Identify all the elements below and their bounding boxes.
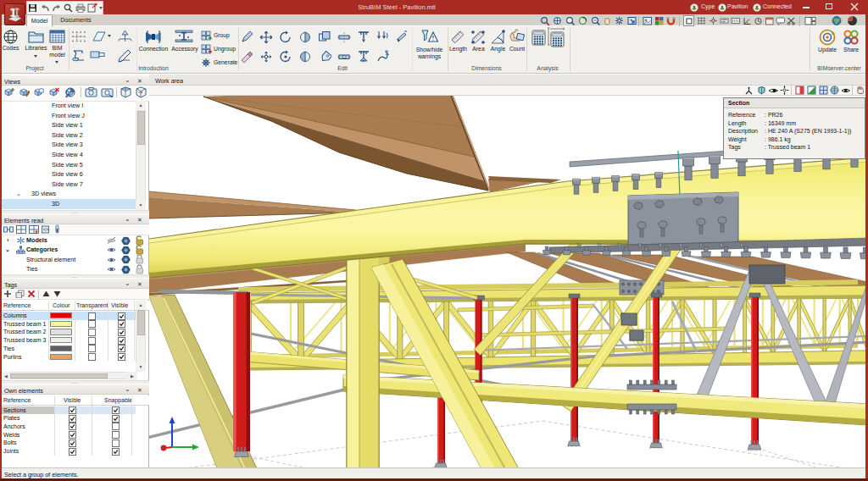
- svg-text:3D: 3D: [858, 86, 862, 90]
